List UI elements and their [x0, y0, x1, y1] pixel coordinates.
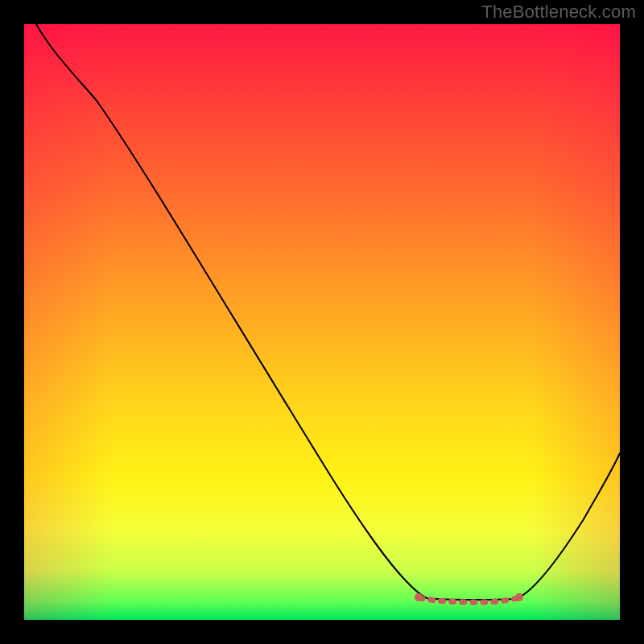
watermark-text: TheBottleneck.com — [481, 2, 636, 23]
optimal-region-end-dot — [515, 593, 523, 601]
bottleneck-curve — [36, 24, 620, 600]
bottleneck-curve-svg — [24, 24, 620, 620]
optimal-region-start-dot — [415, 593, 423, 601]
optimal-region-marker — [415, 593, 523, 602]
plot-area — [24, 24, 620, 620]
chart-frame: TheBottleneck.com — [0, 0, 644, 644]
